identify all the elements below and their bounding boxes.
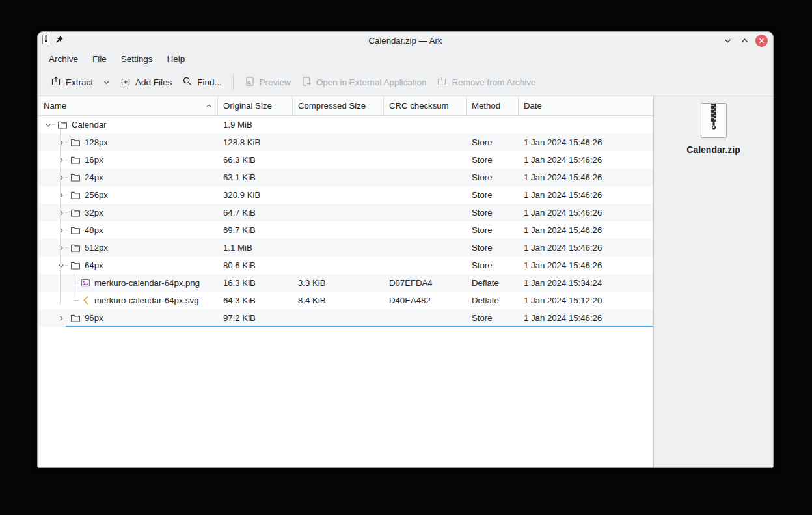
tree-branch	[70, 292, 80, 309]
tree-branch-stub	[65, 230, 68, 230]
desktop-background: Calendar.zip — Ark Archive File Settings	[0, 0, 812, 515]
expand-icon[interactable]	[57, 221, 65, 239]
cell-compressed-size	[293, 151, 384, 169]
table-row[interactable]: merkuro-calendar-64px.png16.3 KiB3.3 KiB…	[39, 274, 653, 292]
column-header-method[interactable]: Method	[467, 96, 519, 115]
zip-file-icon[interactable]	[42, 35, 49, 47]
expand-icon[interactable]	[57, 169, 65, 186]
menu-archive[interactable]: Archive	[42, 49, 85, 68]
tree-branch-stub	[65, 177, 68, 178]
table-row[interactable]: 16px66.3 KiBStore1 Jan 2024 15:46:26	[39, 151, 653, 169]
window-controls	[677, 34, 768, 48]
add-files-button[interactable]: Add Files	[115, 72, 177, 92]
table-row[interactable]: 64px80.6 KiBStore1 Jan 2024 15:46:26	[39, 257, 653, 274]
column-header-date[interactable]: Date	[519, 96, 653, 115]
cell-compressed-size	[293, 239, 384, 257]
tree-branch-stub	[65, 265, 68, 266]
extract-icon	[51, 76, 61, 89]
titlebar: Calendar.zip — Ark	[38, 32, 773, 49]
cell-method: Store	[467, 221, 519, 239]
column-header-crc[interactable]: CRC checksum	[384, 96, 467, 115]
menu-settings[interactable]: Settings	[114, 49, 160, 68]
cell-compressed-size	[293, 257, 384, 274]
info-panel: Calendar.zip	[653, 96, 773, 467]
menu-file[interactable]: File	[85, 49, 114, 68]
minimize-button[interactable]	[720, 34, 735, 48]
zip-file-icon-large	[699, 102, 729, 139]
close-button[interactable]	[754, 34, 768, 48]
pin-icon[interactable]	[55, 35, 64, 47]
remove-from-archive-icon	[437, 76, 447, 89]
cell-method: Store	[467, 151, 519, 169]
tree-rows: Calendar1.9 MiB128px128.8 KiBStore1 Jan …	[39, 116, 653, 467]
tree-branch-stub	[65, 212, 68, 213]
cell-date: 1 Jan 2024 15:46:26	[519, 151, 653, 169]
expand-icon[interactable]	[57, 309, 65, 327]
find-label: Find...	[197, 77, 222, 87]
archive-file-name: Calendar.zip	[654, 145, 773, 155]
remove-from-archive-label: Remove from Archive	[452, 77, 535, 87]
menu-help[interactable]: Help	[160, 49, 193, 68]
expand-icon[interactable]	[57, 239, 65, 257]
column-header-compressed-size[interactable]: Compressed Size	[293, 96, 384, 115]
cell-compressed-size: 3.3 KiB	[293, 274, 384, 292]
ark-window: Calendar.zip — Ark Archive File Settings	[37, 31, 774, 468]
search-icon	[182, 76, 193, 89]
preview-button[interactable]: Preview	[239, 72, 296, 92]
cell-date: 1 Jan 2024 15:34:24	[519, 274, 653, 292]
folder-icon	[70, 243, 81, 253]
folder-icon	[70, 155, 81, 165]
tree-guide-line	[60, 129, 61, 305]
table-row[interactable]: 24px63.1 KiBStore1 Jan 2024 15:46:26	[39, 169, 653, 186]
extract-button[interactable]: Extract	[46, 72, 115, 92]
collapse-icon[interactable]	[57, 257, 65, 274]
cell-date: 1 Jan 2024 15:46:26	[519, 133, 653, 151]
remove-from-archive-button[interactable]: Remove from Archive	[431, 72, 541, 92]
collapse-icon[interactable]	[44, 116, 52, 133]
tree-branch-stub	[52, 124, 55, 125]
table-row[interactable]: Calendar1.9 MiB	[39, 116, 653, 133]
cell-method: Store	[467, 309, 519, 327]
folder-icon	[70, 190, 81, 201]
table-row[interactable]: 32px64.7 KiBStore1 Jan 2024 15:46:26	[39, 204, 653, 221]
cell-crc-checksum	[384, 257, 467, 274]
main-content: Name Original Size Compressed Size CRC c…	[38, 96, 773, 467]
cell-date: 1 Jan 2024 15:46:26	[519, 221, 653, 239]
table-row[interactable]: 48px69.7 KiBStore1 Jan 2024 15:46:26	[39, 221, 653, 239]
folder-icon	[70, 313, 81, 324]
cell-compressed-size	[293, 186, 384, 204]
cell-original-size: 66.3 KiB	[218, 151, 293, 169]
expand-icon[interactable]	[57, 151, 65, 169]
find-button[interactable]: Find...	[177, 72, 227, 92]
open-external-label: Open in External Application	[316, 77, 427, 87]
chevron-down-icon	[103, 79, 110, 86]
cell-crc-checksum	[384, 239, 467, 257]
table-row[interactable]: 128px128.8 KiBStore1 Jan 2024 15:46:26	[39, 133, 653, 151]
tree-branch-stub	[65, 160, 68, 160]
table-row[interactable]: merkuro-calendar-64px.svg64.3 KiB8.4 KiB…	[39, 292, 653, 309]
open-external-button[interactable]: Open in External Application	[296, 72, 432, 92]
cell-method: Store	[467, 169, 519, 186]
table-row[interactable]: 512px1.1 MiBStore1 Jan 2024 15:46:26	[39, 239, 653, 257]
expand-icon[interactable]	[57, 204, 65, 221]
entry-name: 48px	[85, 221, 103, 239]
cell-compressed-size	[293, 221, 384, 239]
cell-method: Store	[467, 204, 519, 221]
cell-date: 1 Jan 2024 15:46:26	[519, 257, 653, 274]
cell-date: 1 Jan 2024 15:46:26	[519, 309, 653, 327]
tree-branch-stub	[65, 195, 68, 195]
preview-icon	[245, 76, 255, 89]
cell-crc-checksum	[384, 309, 467, 327]
table-row[interactable]: 256px320.9 KiBStore1 Jan 2024 15:46:26	[39, 186, 653, 204]
column-header-original-size[interactable]: Original Size	[218, 96, 293, 115]
maximize-button[interactable]	[737, 34, 751, 48]
window-title: Calendar.zip — Ark	[133, 36, 677, 46]
drop-indicator	[66, 326, 653, 327]
cell-crc-checksum	[384, 169, 467, 186]
add-files-label: Add Files	[135, 77, 172, 87]
table-row[interactable]: 96px97.2 KiBStore1 Jan 2024 15:46:26	[39, 309, 653, 327]
expand-icon[interactable]	[57, 186, 65, 204]
column-header-name[interactable]: Name	[39, 96, 218, 115]
tree-branch	[70, 274, 80, 292]
expand-icon[interactable]	[57, 133, 65, 151]
